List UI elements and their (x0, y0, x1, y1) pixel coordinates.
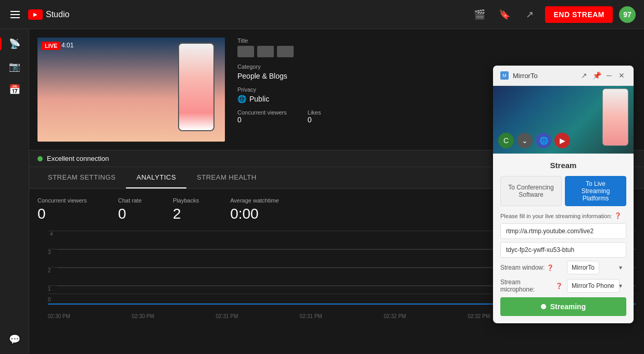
stream-dialog-title: Stream (500, 161, 626, 170)
popup-title-actions: ↗ 📌 ─ ✕ (579, 71, 626, 80)
stream-dialog-content: Stream To Conferencing Software To Live … (493, 154, 634, 323)
metric-playbacks-value: 2 (173, 206, 199, 222)
chart-y-label-2: 2 (48, 268, 51, 273)
topbar: Studio 🎬 🔖 ↗ END STREAM 97 (0, 0, 644, 29)
streaming-toggle[interactable]: To Live Streaming Platforms (565, 176, 626, 206)
likes-label: Likes (308, 109, 321, 116)
youtube-icon (28, 9, 43, 20)
tab-stream-settings[interactable]: STREAM SETTINGS (37, 167, 126, 188)
conferencing-toggle[interactable]: To Conferencing Software (500, 176, 562, 206)
streaming-button[interactable]: Streaming (500, 297, 626, 316)
popup-titlebar: M MirrorTo ↗ 📌 ─ ✕ (493, 66, 634, 86)
metric-playbacks-label: Playbacks (173, 197, 199, 204)
live-timer: 4:01 (61, 42, 73, 49)
stream-window-select[interactable]: MirrorTo (567, 261, 599, 274)
menu-button[interactable] (8, 9, 22, 20)
mirrorto-popup: M MirrorTo ↗ 📌 ─ ✕ C ⌄ (493, 66, 634, 323)
chat-icon: 💬 (9, 334, 20, 345)
popup-close-icon[interactable]: ✕ (617, 71, 626, 80)
sidebar-item-calendar[interactable]: 📅 (4, 79, 25, 100)
title-icon-1 (237, 46, 254, 57)
metric-concurrent-label: Concurrent viewers (37, 197, 87, 204)
concurrent-viewers-label: Concurrent viewers (237, 109, 287, 116)
metric-playbacks: Playbacks 2 (173, 197, 199, 222)
stream-window-help-icon[interactable]: ❓ (547, 264, 554, 271)
concurrent-viewers-stat: Concurrent viewers 0 (237, 109, 287, 124)
toggle-buttons: To Conferencing Software To Live Streami… (500, 176, 626, 206)
phone-screen-overlay (178, 43, 214, 131)
stream-window-row: Stream window: ❓ MirrorTo (500, 261, 626, 274)
chart-y-label-1: 1 (48, 286, 51, 292)
youtube-logo: Studio (28, 9, 69, 20)
connection-text: Excellent connection (47, 155, 109, 162)
metric-watchtime-value: 0:00 (230, 206, 279, 222)
preview-app-icons: C ⌄ 🌐 ▶ (498, 133, 570, 148)
stream-mic-help-icon[interactable]: ❓ (555, 283, 563, 289)
title-row: Title (237, 37, 623, 57)
connection-dot (37, 156, 43, 161)
metric-watchtime-label: Average watchtime (230, 197, 279, 204)
mirrorto-favicon: M (500, 71, 509, 80)
rtmp-url-input[interactable] (500, 223, 626, 239)
metric-concurrent-value: 0 (37, 206, 87, 222)
calendar-icon: 📅 (9, 84, 20, 95)
live-icon: 📡 (9, 38, 20, 49)
tab-stream-health[interactable]: STREAM HEALTH (186, 167, 267, 188)
avatar[interactable]: 97 (619, 6, 636, 23)
stream-microphone-select[interactable]: MirrorTo Phone (567, 279, 620, 293)
stream-microphone-label: Stream microphone: ❓ (500, 279, 563, 293)
popup-external-icon[interactable]: ↗ (579, 71, 589, 80)
privacy-value: Public (249, 95, 269, 103)
metric-chat-label: Chat rate (118, 197, 142, 204)
metric-watchtime: Average watchtime 0:00 (230, 197, 279, 222)
chart-x-label-4: 02:32 PM (384, 313, 406, 319)
likes-value: 0 (308, 116, 321, 124)
concurrent-viewers-value: 0 (237, 116, 287, 124)
popup-minimize-icon[interactable]: ─ (604, 71, 614, 80)
bookmark-icon[interactable]: 🔖 (495, 5, 514, 24)
chart-x-label-0: 02:30 PM (48, 313, 70, 319)
end-stream-button[interactable]: END STREAM (545, 6, 613, 23)
metric-chat-value: 0 (118, 206, 142, 222)
stream-preview-image: C ⌄ 🌐 ▶ (493, 86, 634, 154)
video-preview: LIVE 4:01 (37, 37, 225, 142)
preview-bg: C ⌄ 🌐 ▶ (493, 86, 634, 154)
share-icon[interactable]: ↗ (520, 5, 539, 24)
stream-window-select-wrapper: MirrorTo (567, 261, 626, 274)
app-icon-4: ▶ (554, 133, 570, 148)
stream-microphone-row: Stream microphone: ❓ MirrorTo Phone (500, 279, 626, 293)
sidebar-item-chat[interactable]: 💬 (4, 329, 25, 350)
topbar-left: Studio (8, 9, 462, 20)
fill-info-text: Please fill in your live streaming infor… (500, 212, 626, 219)
stream-microphone-select-wrapper: MirrorTo Phone (567, 279, 626, 293)
chart-x-label-3: 02:31 PM (300, 313, 322, 319)
title-icon-3 (277, 46, 294, 57)
sidebar-item-live[interactable]: 📡 (4, 33, 25, 54)
app-icon-3: 🌐 (536, 133, 551, 148)
title-icons (237, 46, 623, 57)
help-icon[interactable]: ❓ (614, 212, 622, 219)
chart-x-label-5: 02:32 PM (468, 313, 490, 319)
likes-stat: Likes 0 (308, 109, 321, 124)
tab-analytics[interactable]: ANALYTICS (126, 167, 186, 188)
camera-sidebar-icon: 📷 (9, 61, 20, 72)
metric-concurrent-viewers: Concurrent viewers 0 (37, 197, 87, 222)
chart-x-label-1: 02:30 PM (132, 313, 154, 319)
sidebar-item-camera[interactable]: 📷 (4, 56, 25, 77)
popup-pin-icon[interactable]: 📌 (592, 71, 601, 80)
app-icon-1: C (498, 133, 514, 148)
title-icon-2 (257, 46, 274, 57)
metric-chat-rate: Chat rate 0 (118, 197, 142, 222)
sidebar: 📡 📷 📅 💬 (0, 29, 29, 354)
chart-x-label-2: 02:31 PM (216, 313, 238, 319)
stream-key-input[interactable] (500, 242, 626, 258)
content-area: LIVE 4:01 Title Category People & Blogs (29, 29, 644, 354)
popup-title-left: M MirrorTo (500, 71, 538, 80)
stream-window-label: Stream window: ❓ (500, 264, 563, 271)
streaming-button-label: Streaming (550, 302, 586, 311)
camera-icon[interactable]: 🎬 (470, 5, 489, 24)
chart-y-label-0: 0 (48, 297, 51, 302)
chart-y-label-4: 4 (50, 231, 53, 237)
preview-phone (602, 88, 628, 146)
main-layout: 📡 📷 📅 💬 LIVE 4:01 Title (0, 29, 644, 354)
